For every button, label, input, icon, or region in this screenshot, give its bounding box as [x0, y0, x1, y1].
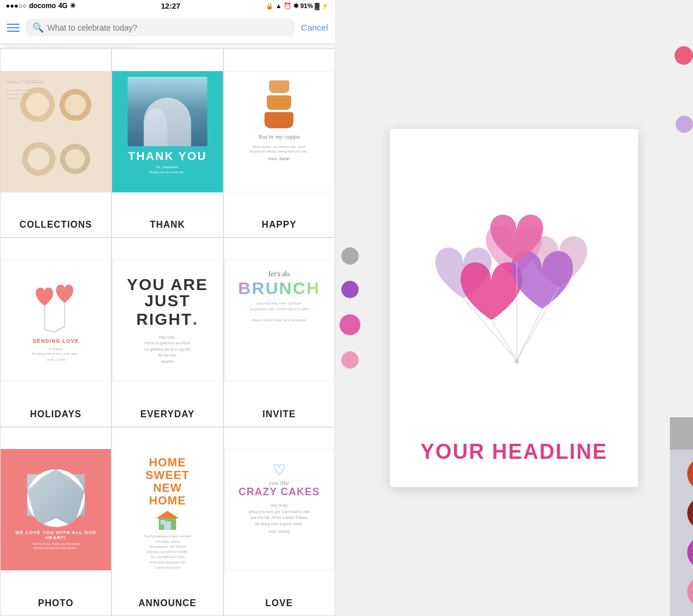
card-thank-image: THANK YOU To: Stephanie,Thank you so muc… — [112, 49, 222, 214]
card-announce-label: ANNOUNCE — [136, 592, 199, 615]
alarm-icon: ⏰ — [284, 2, 292, 10]
card-announce-image: HOMESWEETNEWHOME The Richardson's have m… — [112, 428, 222, 592]
svg-line-12 — [517, 309, 542, 361]
card-collections-image: TREAT YO' SELF Congrats on yourpromotion… — [1, 49, 111, 214]
color-swatches-side — [340, 247, 360, 369]
card-preview-area: YOUR HEADLINE — [335, 0, 693, 616]
card-collections[interactable]: TREAT YO' SELF Congrats on yourpromotion… — [0, 49, 111, 238]
carrier: docomo — [29, 2, 56, 10]
color-swatch[interactable] — [687, 497, 693, 529]
signal-dots: ●●●○○ — [6, 2, 27, 10]
card-love[interactable]: ♡ you like CRAZY CAKES Hey Holly!Missy y… — [223, 427, 335, 616]
card-holidays-image: SENDING LOVE Hi Alissa!Sending lots of l… — [1, 238, 111, 403]
card-invite[interactable]: let's do BRUNCH Saturday May 14th | 10:3… — [223, 238, 335, 426]
charge-icon: ⚡ — [321, 2, 329, 10]
right-panel: YOUR HEADLINE RESET COLORS DONE — [335, 0, 693, 616]
card-happy-image: You're my cuppa What would I do without … — [224, 49, 334, 214]
balloons-area — [401, 146, 627, 434]
signal-icon: ✳ — [70, 2, 76, 10]
swatch-gray[interactable] — [341, 247, 359, 265]
svg-line-2 — [44, 329, 54, 332]
location-icon: ▲ — [275, 2, 282, 9]
swatch-purple[interactable] — [341, 281, 359, 298]
network: 4G — [58, 2, 68, 10]
swatch-magenta[interactable] — [340, 314, 360, 335]
time: 12:27 — [161, 2, 180, 10]
card-everyday-image: YOU AREJUSTRIGHT. Hey Sam,You're so grac… — [112, 238, 222, 403]
swatch-pink[interactable] — [341, 351, 359, 369]
color-swatch[interactable] — [687, 458, 693, 490]
color-panel-header: RESET COLORS DONE — [670, 417, 693, 450]
search-icon: 🔍 — [32, 22, 44, 33]
status-left: ●●●○○ docomo 4G ✳ — [6, 2, 76, 10]
svg-line-3 — [54, 326, 65, 332]
card-announce[interactable]: HOMESWEETNEWHOME The Richardson's have m… — [111, 427, 223, 616]
card-photo-image: WE LOVE YOU WITH ALL OUR HEART! Nanna Ro… — [1, 428, 111, 592]
card-everyday[interactable]: YOU AREJUSTRIGHT. Hey Sam,You're so grac… — [111, 238, 223, 426]
svg-point-14 — [515, 359, 519, 364]
card-love-image: ♡ you like CRAZY CAKES Hey Holly!Missy y… — [224, 428, 334, 592]
reset-colors-button[interactable]: RESET COLORS — [670, 417, 693, 450]
color-swatches-grid — [670, 450, 693, 616]
card-love-label: LOVE — [263, 592, 296, 615]
dots-separator: • • • • • • • • • • • • • • • • • • • • … — [0, 44, 335, 49]
search-bar: 🔍 Cancel — [0, 12, 335, 44]
search-input-wrap[interactable]: 🔍 — [25, 18, 295, 36]
lock-icon: 🔒 — [266, 2, 274, 10]
svg-line-10 — [491, 320, 517, 361]
card-everyday-label: EVERYDAY — [138, 403, 197, 426]
card-collections-label: COLLECTIONS — [17, 214, 95, 237]
menu-button[interactable] — [7, 24, 20, 32]
preview-card: YOUR HEADLINE — [390, 129, 638, 487]
card-photo[interactable]: WE LOVE YOU WITH ALL OUR HEART! Nanna Ro… — [0, 427, 111, 616]
bluetooth-icon: ✱ — [293, 2, 299, 10]
color-swatch[interactable] — [687, 576, 693, 608]
battery-percent: 91% — [300, 2, 313, 9]
card-happy-label: HAPPY — [259, 214, 299, 237]
svg-marker-5 — [156, 511, 179, 518]
svg-point-8 — [172, 521, 175, 524]
svg-rect-7 — [161, 520, 165, 525]
card-grid: TREAT YO' SELF Congrats on yourpromotion… — [0, 49, 335, 616]
card-photo-label: PHOTO — [36, 592, 76, 615]
card-invite-label: INVITE — [260, 403, 299, 426]
color-panel: RESET COLORS DONE — [670, 417, 693, 616]
status-bar: ●●●○○ docomo 4G ✳ 12:27 🔒 ▲ ⏰ ✱ 91% ▓ ⚡ — [0, 0, 335, 12]
card-thank-label: THANK — [147, 214, 187, 237]
card-holidays-label: HOLIDAYS — [28, 403, 84, 426]
left-panel: ●●●○○ docomo 4G ✳ 12:27 🔒 ▲ ⏰ ✱ 91% ▓ ⚡ … — [0, 0, 335, 616]
card-thank[interactable]: THANK YOU To: Stephanie,Thank you so muc… — [111, 49, 223, 238]
battery-icon: ▓ — [315, 2, 319, 9]
preview-headline: YOUR HEADLINE — [420, 434, 608, 476]
search-input[interactable] — [47, 23, 288, 32]
card-holidays[interactable]: SENDING LOVE Hi Alissa!Sending lots of l… — [0, 238, 111, 426]
cancel-button[interactable]: Cancel — [301, 23, 328, 32]
color-swatch[interactable] — [687, 536, 693, 569]
card-invite-image: let's do BRUNCH Saturday May 14th | 10:3… — [224, 238, 334, 403]
card-happy[interactable]: You're my cuppa What would I do without … — [223, 49, 335, 238]
status-right: 🔒 ▲ ⏰ ✱ 91% ▓ ⚡ — [266, 2, 329, 10]
